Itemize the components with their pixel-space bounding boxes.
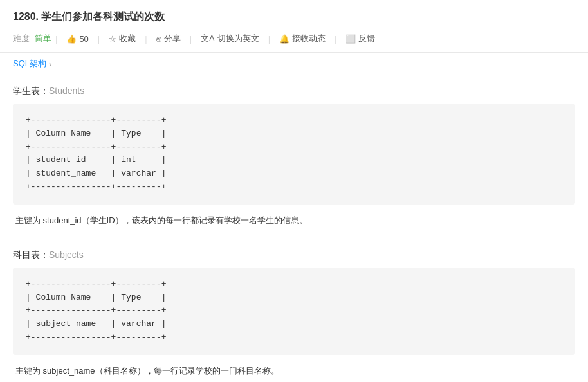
subscribe-button[interactable]: 🔔 接收动态 <box>274 30 331 47</box>
separator-4: | <box>190 34 192 44</box>
students-table-name: Students <box>49 86 84 96</box>
share-label: 分享 <box>164 33 181 44</box>
breadcrumb-separator: › <box>49 59 51 69</box>
collect-label: 收藏 <box>119 33 136 44</box>
collect-button[interactable]: ☆ 收藏 <box>104 30 141 47</box>
subjects-section: 科目表：Subjects +----------------+---------… <box>13 250 575 377</box>
students-label-text: 学生表： <box>13 86 49 96</box>
subjects-description: 主键为 subject_name（科目名称），每一行记录学校的一门科目名称。 <box>13 361 575 377</box>
separator-2: | <box>98 34 100 44</box>
share-icon: ⎋ <box>156 34 161 44</box>
students-section: 学生表：Students +----------------+---------… <box>13 86 575 226</box>
breadcrumb-link[interactable]: SQL架构 <box>13 58 46 69</box>
thumbs-up-icon: 👍 <box>66 34 77 44</box>
subjects-code-block: +----------------+---------+ | Column Na… <box>13 268 575 355</box>
breadcrumb: SQL架构 › <box>0 53 588 75</box>
share-button[interactable]: ⎋ 分享 <box>151 30 186 47</box>
page-title: 1280. 学生们参加各科测试的次数 <box>13 10 575 24</box>
difficulty-value[interactable]: 简单 <box>35 33 51 44</box>
feedback-label: 反馈 <box>358 33 375 44</box>
subscribe-label: 接收动态 <box>292 33 326 44</box>
separator-3: | <box>145 34 147 44</box>
translate-icon: 文A <box>201 33 215 44</box>
separator-5: | <box>268 34 270 44</box>
switch-lang-button[interactable]: 文A 切换为英文 <box>196 30 264 47</box>
separator-1: | <box>55 34 57 44</box>
like-button[interactable]: 👍 50 <box>61 32 93 46</box>
star-icon: ☆ <box>109 34 116 44</box>
difficulty-label: 难度 <box>13 33 30 44</box>
switch-lang-label: 切换为英文 <box>217 33 259 44</box>
bell-icon: 🔔 <box>279 34 289 44</box>
students-code-block: +----------------+---------+ | Column Na… <box>13 104 575 205</box>
students-label: 学生表：Students <box>13 86 575 97</box>
like-count: 50 <box>79 34 88 44</box>
toolbar: 难度 简单 | 👍 50 | ☆ 收藏 | ⎋ 分享 | 文A 切换为英文 | … <box>13 30 575 47</box>
subjects-label: 科目表：Subjects <box>13 250 575 261</box>
students-description: 主键为 student_id（学生ID），该表内的每一行都记录有学校一名学生的信… <box>13 211 575 226</box>
separator-6: | <box>335 34 336 44</box>
section-divider <box>13 242 575 250</box>
subjects-table-name: Subjects <box>49 250 84 260</box>
main-content: 学生表：Students +----------------+---------… <box>0 75 588 382</box>
subjects-label-text: 科目表： <box>13 250 49 260</box>
feedback-button[interactable]: ⬜ 反馈 <box>340 30 380 47</box>
feedback-icon: ⬜ <box>345 34 356 44</box>
